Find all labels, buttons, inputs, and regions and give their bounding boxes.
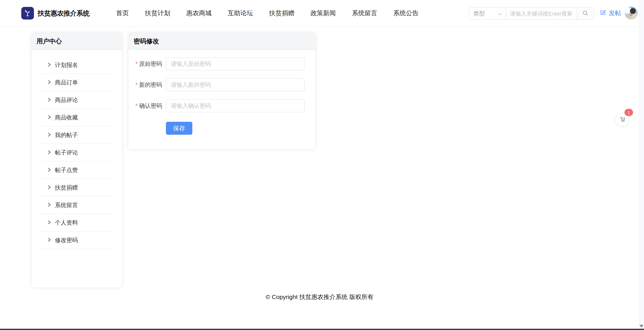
chevron-right-icon: [47, 167, 51, 173]
brand-logo[interactable]: [21, 7, 34, 20]
required-asterisk: *: [135, 103, 138, 109]
sidebar-item-label: 个人资料: [55, 219, 78, 227]
chevron-right-icon: [47, 114, 51, 121]
sidebar-item-label: 系统留言: [55, 201, 78, 209]
original-password-input[interactable]: [166, 57, 305, 70]
password-change-header: 密码修改: [129, 33, 315, 50]
chevron-right-icon: [47, 202, 51, 209]
sprout-icon: [24, 9, 32, 18]
create-post-link[interactable]: 发帖: [600, 0, 621, 26]
nav-item-messages[interactable]: 系统留言: [352, 9, 377, 18]
create-post-label: 发帖: [609, 9, 621, 18]
new-password-input[interactable]: [166, 78, 305, 91]
sidebar-item-post-comments[interactable]: 帖子评论: [32, 144, 122, 161]
original-password-label: * 原始密码: [129, 60, 166, 68]
required-asterisk: *: [135, 61, 138, 67]
sidebar-item-post-likes[interactable]: 帖子点赞: [32, 161, 122, 179]
brand-title: 扶贫惠农推介系统: [38, 0, 89, 26]
chevron-right-icon: [47, 237, 51, 244]
nav-item-announcements[interactable]: 系统公告: [393, 9, 419, 18]
scrollbar-down-arrow-icon[interactable]: [639, 325, 643, 327]
sidebar-item-product-favorites[interactable]: 商品收藏: [32, 109, 122, 126]
main-nav: 首页 扶贫计划 惠农商城 互助论坛 扶贫捐赠 政策新闻 系统留言 系统公告: [116, 0, 419, 26]
nav-item-home[interactable]: 首页: [116, 9, 129, 18]
scrollbar-track[interactable]: [639, 0, 644, 329]
page: 扶贫惠农推介系统 首页 扶贫计划 惠农商城 互助论坛 扶贫捐赠 政策新闻 系统留…: [0, 0, 644, 330]
required-asterisk: *: [135, 82, 138, 88]
chevron-right-icon: [47, 62, 51, 68]
sidebar-item-label: 帖子点赞: [55, 166, 78, 174]
sidebar-item-system-messages[interactable]: 系统留言: [32, 196, 122, 214]
password-change-form: * 原始密码 * 新的密码 * 确认密码 保存: [129, 50, 315, 135]
user-center-menu: 计划报名 商品订单 商品评论 商品收藏 我的帖子 帖子评论: [32, 50, 122, 249]
search-bar: 类型: [469, 7, 594, 20]
form-row-confirm-password: * 确认密码: [129, 99, 315, 112]
sidebar-item-label: 商品收藏: [55, 114, 78, 121]
nav-item-mall[interactable]: 惠农商城: [186, 9, 212, 18]
save-button[interactable]: 保存: [166, 122, 192, 135]
search-button[interactable]: [577, 7, 594, 20]
confirm-password-label: * 确认密码: [129, 102, 166, 110]
chevron-right-icon: [47, 97, 51, 103]
sidebar-item-product-orders[interactable]: 商品订单: [32, 74, 122, 91]
cart-badge: 1: [624, 109, 633, 116]
sidebar-item-label: 修改密码: [55, 236, 78, 244]
page-title: 密码修改: [134, 37, 159, 46]
user-center-title: 用户中心: [37, 37, 62, 46]
nav-item-forum[interactable]: 互助论坛: [228, 9, 253, 18]
user-avatar[interactable]: [625, 7, 638, 20]
user-center-header: 用户中心: [32, 33, 122, 50]
chevron-right-icon: [47, 219, 51, 226]
sidebar-item-product-comments[interactable]: 商品评论: [32, 91, 122, 109]
chevron-down-icon: [498, 10, 502, 17]
nav-item-poverty-plan[interactable]: 扶贫计划: [145, 9, 170, 18]
chevron-right-icon: [47, 79, 51, 86]
password-change-card: 密码修改 * 原始密码 * 新的密码 * 确认密码: [129, 33, 315, 149]
new-password-label: * 新的密码: [129, 81, 166, 89]
sidebar-item-label: 商品订单: [55, 79, 78, 86]
top-navigation-bar: 扶贫惠农推介系统 首页 扶贫计划 惠农商城 互助论坛 扶贫捐赠 政策新闻 系统留…: [0, 0, 644, 26]
nav-item-donation[interactable]: 扶贫捐赠: [269, 9, 294, 18]
form-row-new-password: * 新的密码: [129, 78, 315, 91]
nav-item-policy-news[interactable]: 政策新闻: [310, 9, 336, 18]
search-input[interactable]: [506, 7, 577, 20]
sidebar-item-label: 扶贫捐赠: [55, 184, 78, 192]
sidebar-item-label: 商品评论: [55, 96, 78, 104]
sidebar-item-change-password[interactable]: 修改密码: [32, 231, 122, 249]
sidebar-item-label: 我的帖子: [55, 131, 78, 139]
form-row-original-password: * 原始密码: [129, 57, 315, 70]
chevron-right-icon: [47, 132, 51, 138]
chevron-right-icon: [47, 149, 51, 156]
sidebar-item-plan-signup[interactable]: 计划报名: [32, 56, 122, 74]
search-type-value: 类型: [473, 10, 485, 18]
footer-copyright: © Copyright 扶贫惠农推介系统 版权所有: [0, 293, 639, 301]
search-icon: [582, 10, 589, 18]
sidebar-item-label: 计划报名: [55, 61, 78, 69]
chevron-right-icon: [47, 184, 51, 191]
sidebar-item-profile[interactable]: 个人资料: [32, 214, 122, 231]
sidebar-item-donations[interactable]: 扶贫捐赠: [32, 179, 122, 196]
edit-icon: [600, 9, 606, 17]
window-bottom-edge: [0, 329, 644, 330]
confirm-password-input[interactable]: [166, 99, 305, 112]
user-center-card: 用户中心 计划报名 商品订单 商品评论 商品收藏 我的帖子: [32, 33, 122, 287]
sidebar-item-my-posts[interactable]: 我的帖子: [32, 126, 122, 144]
cart-icon: [619, 116, 626, 124]
search-type-select[interactable]: 类型: [469, 7, 506, 20]
sidebar-item-label: 帖子评论: [55, 149, 78, 157]
